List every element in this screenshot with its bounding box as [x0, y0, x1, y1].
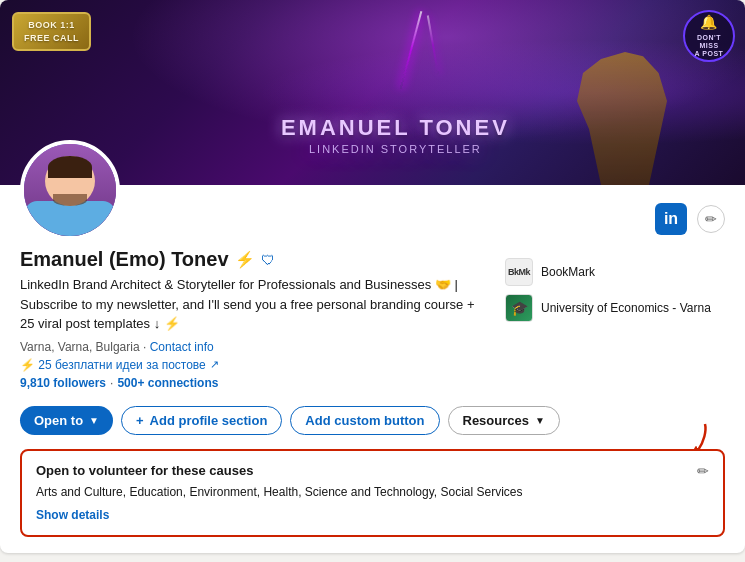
- contact-info-link[interactable]: Contact info: [150, 340, 214, 354]
- bell-icon: 🔔: [700, 13, 718, 31]
- shield-badge-icon: 🛡: [261, 252, 275, 268]
- name-row: Emanuel (Emo) Tonev ⚡ 🛡: [20, 248, 485, 271]
- add-profile-section-button[interactable]: + Add profile section: [121, 406, 282, 435]
- university-logo: 🎓: [505, 294, 533, 322]
- sidebar-item-bookmark[interactable]: BkMk BookMark: [505, 258, 725, 286]
- profile-headline: LinkedIn Brand Architect & Storyteller f…: [20, 275, 485, 334]
- avatar-beard: [53, 194, 87, 206]
- avatar-body: [25, 201, 115, 236]
- profile-card: BOOK 1:1 FREE CALL 🔔 DON'T MISS A POST E…: [0, 0, 745, 553]
- volunteer-causes: Arts and Culture, Education, Environment…: [36, 483, 709, 501]
- add-custom-button-button[interactable]: Add custom button: [290, 406, 439, 435]
- resources-button[interactable]: Resources ▼: [448, 406, 560, 435]
- profile-name: Emanuel (Emo) Tonev: [20, 248, 229, 271]
- volunteer-title: Open to volunteer for these causes: [36, 463, 253, 478]
- bookmark-label: BookMark: [541, 265, 595, 279]
- avatar-actions: in ✏: [655, 203, 725, 240]
- location-text: Varna, Varna, Bulgaria: [20, 340, 140, 354]
- open-to-button[interactable]: Open to ▼: [20, 406, 113, 435]
- followers-row: 9,810 followers · 500+ connections: [20, 376, 485, 390]
- book-badge[interactable]: BOOK 1:1 FREE CALL: [12, 12, 91, 51]
- bookmark-logo: BkMk: [505, 258, 533, 286]
- book-badge-line1: BOOK 1:1: [28, 20, 75, 30]
- volunteer-show-details-link[interactable]: Show details: [36, 508, 109, 522]
- volunteer-header: Open to volunteer for these causes ✏: [36, 463, 709, 479]
- avatar-hair: [48, 156, 92, 178]
- profile-main: Emanuel (Emo) Tonev ⚡ 🛡 LinkedIn Brand A…: [20, 248, 485, 402]
- book-badge-line2: FREE CALL: [24, 33, 79, 43]
- dont-miss-badge[interactable]: 🔔 DON'T MISS A POST: [683, 10, 735, 62]
- university-label: University of Economics - Varna: [541, 301, 711, 315]
- external-link-icon: ↗: [210, 358, 219, 371]
- avatar-head: [45, 156, 95, 206]
- avatar-section: in ✏: [0, 140, 745, 240]
- banner-name: EMANUEL TONEV: [281, 115, 510, 141]
- linkedin-icon[interactable]: in: [655, 203, 687, 235]
- viral-post-link[interactable]: ⚡ 25 безплатни идеи за постове: [20, 358, 206, 372]
- sidebar-item-university[interactable]: 🎓 University of Economics - Varna: [505, 294, 725, 322]
- followers-count[interactable]: 9,810 followers: [20, 376, 106, 390]
- profile-body: Emanuel (Emo) Tonev ⚡ 🛡 LinkedIn Brand A…: [0, 240, 745, 402]
- viral-link-row: ⚡ 25 безплатни идеи за постове ↗: [20, 358, 485, 372]
- connections-count[interactable]: 500+ connections: [117, 376, 218, 390]
- avatar-image: [24, 144, 116, 236]
- lightning-badge-icon: ⚡: [235, 250, 255, 269]
- profile-sidebar: BkMk BookMark 🎓 University of Economics …: [505, 248, 725, 402]
- dont-miss-text: DON'T MISS A POST: [695, 34, 724, 59]
- location-row: Varna, Varna, Bulgaria · Contact info: [20, 340, 485, 354]
- profile-edit-button[interactable]: ✏: [697, 205, 725, 233]
- volunteer-edit-icon[interactable]: ✏: [697, 463, 709, 479]
- avatar: [20, 140, 120, 240]
- volunteer-section: Open to volunteer for these causes ✏ Art…: [20, 449, 725, 537]
